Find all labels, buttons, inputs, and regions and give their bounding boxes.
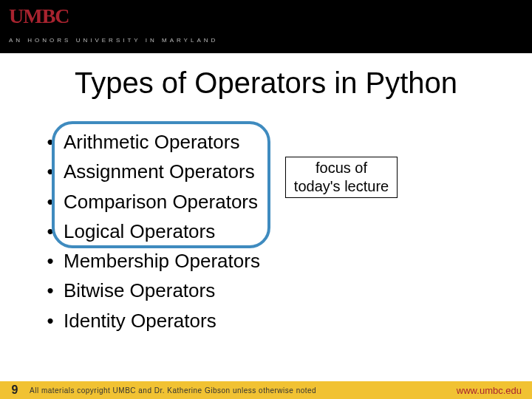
page-number: 9 — [0, 383, 30, 397]
bullet-text: Logical Operators — [64, 216, 215, 246]
focus-label: focus of today's lecture — [285, 157, 398, 198]
bullet-dot: • — [37, 216, 64, 246]
bullet-text: Membership Operators — [64, 246, 260, 276]
list-item: • Bitwise Operators — [37, 276, 260, 305]
umbc-logo: UMBC — [9, 4, 69, 28]
header-bar: UMBC AN HONORS UNIVERSITY IN MARYLAND — [0, 0, 532, 53]
bullet-dot: • — [37, 276, 64, 305]
slide: UMBC AN HONORS UNIVERSITY IN MARYLAND Ty… — [0, 0, 532, 399]
bullet-text: Assignment Operators — [64, 157, 255, 186]
list-item: • Membership Operators — [37, 246, 260, 276]
footer-url: www.umbc.edu — [457, 385, 532, 396]
list-item: • Logical Operators — [37, 216, 260, 246]
list-item: • Assignment Operators — [37, 157, 260, 186]
copyright-text: All materials copyright UMBC and Dr. Kat… — [30, 386, 457, 395]
bullet-text: Bitwise Operators — [64, 276, 215, 305]
footer-bar: 9 All materials copyright UMBC and Dr. K… — [0, 381, 532, 399]
bullet-list: • Arithmetic Operators • Assignment Oper… — [37, 127, 260, 335]
list-item: • Arithmetic Operators — [37, 127, 260, 157]
bullet-text: Identity Operators — [64, 306, 216, 335]
bullet-dot: • — [37, 187, 64, 216]
focus-line1: focus of — [289, 159, 394, 177]
bullet-dot: • — [37, 306, 64, 335]
focus-line2: today's lecture — [289, 177, 394, 196]
bullet-dot: • — [37, 157, 64, 186]
tagline: AN HONORS UNIVERSITY IN MARYLAND — [9, 37, 218, 44]
bullet-text: Arithmetic Operators — [64, 127, 239, 157]
list-item: • Identity Operators — [37, 306, 260, 335]
logo-text: UMBC — [9, 4, 69, 27]
bullet-dot: • — [37, 127, 64, 157]
bullet-dot: • — [37, 246, 64, 276]
bullet-text: Comparison Operators — [64, 187, 258, 216]
slide-title: Types of Operators in Python — [0, 66, 532, 100]
list-item: • Comparison Operators — [37, 187, 260, 216]
